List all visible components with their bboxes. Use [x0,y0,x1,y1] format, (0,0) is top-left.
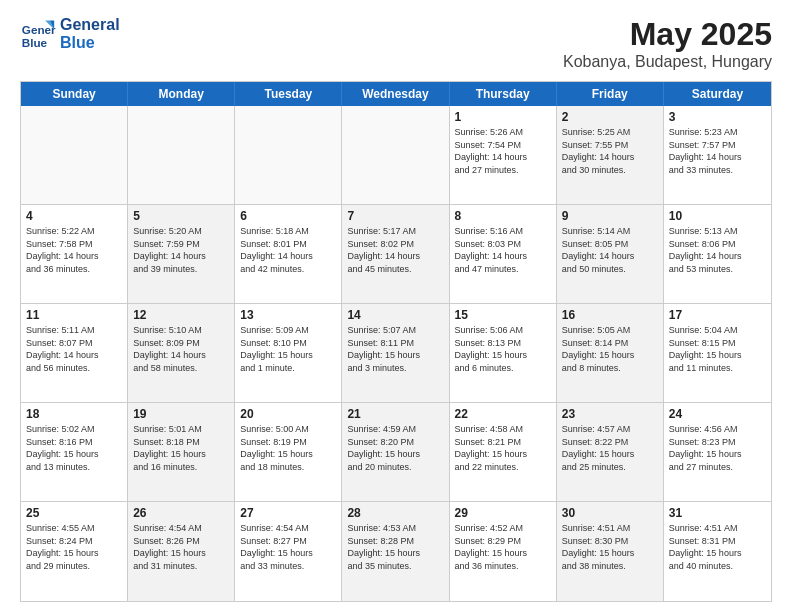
cell-text-line: and 16 minutes. [133,461,229,474]
calendar-body: 1Sunrise: 5:26 AMSunset: 7:54 PMDaylight… [21,106,771,601]
calendar-cell: 6Sunrise: 5:18 AMSunset: 8:01 PMDaylight… [235,205,342,303]
logo-line2: Blue [60,34,120,52]
cell-text-line: Daylight: 15 hours [240,448,336,461]
cell-text-line: Sunrise: 5:17 AM [347,225,443,238]
cell-text-line: Daylight: 15 hours [133,448,229,461]
cell-text-line: Sunset: 8:11 PM [347,337,443,350]
cell-text-line: Daylight: 15 hours [562,547,658,560]
cell-text-line: Sunrise: 5:20 AM [133,225,229,238]
calendar-cell [21,106,128,204]
logo: General Blue General Blue [20,16,120,52]
day-number: 30 [562,506,658,520]
cell-text-line: Sunset: 8:23 PM [669,436,766,449]
cell-text-line: and 36 minutes. [455,560,551,573]
day-number: 12 [133,308,229,322]
cell-text-line: Sunset: 8:10 PM [240,337,336,350]
cell-text-line: and 29 minutes. [26,560,122,573]
cell-text-line: Sunrise: 5:01 AM [133,423,229,436]
cell-text-line: Sunset: 7:54 PM [455,139,551,152]
title-block: May 2025 Kobanya, Budapest, Hungary [563,16,772,71]
cell-text-line: Sunset: 7:59 PM [133,238,229,251]
cell-text-line: Sunset: 8:31 PM [669,535,766,548]
calendar-header-cell: Friday [557,82,664,106]
cell-text-line: Sunset: 8:27 PM [240,535,336,548]
cell-text-line: Daylight: 15 hours [455,547,551,560]
cell-text-line: Daylight: 14 hours [26,349,122,362]
cell-text-line: Sunrise: 5:06 AM [455,324,551,337]
cell-text-line: Sunrise: 5:18 AM [240,225,336,238]
calendar-week: 11Sunrise: 5:11 AMSunset: 8:07 PMDayligh… [21,304,771,403]
cell-text-line: Daylight: 14 hours [455,151,551,164]
calendar-header: SundayMondayTuesdayWednesdayThursdayFrid… [21,82,771,106]
cell-text-line: Sunset: 8:21 PM [455,436,551,449]
cell-text-line: Daylight: 14 hours [562,151,658,164]
cell-text-line: Sunset: 8:20 PM [347,436,443,449]
logo-line1: General [60,16,120,34]
cell-text-line: Daylight: 14 hours [455,250,551,263]
calendar-cell: 21Sunrise: 4:59 AMSunset: 8:20 PMDayligh… [342,403,449,501]
cell-text-line: Sunrise: 4:58 AM [455,423,551,436]
cell-text-line: and 40 minutes. [669,560,766,573]
calendar-cell: 20Sunrise: 5:00 AMSunset: 8:19 PMDayligh… [235,403,342,501]
cell-text-line: Daylight: 15 hours [240,349,336,362]
cell-text-line: Sunrise: 5:00 AM [240,423,336,436]
cell-text-line: Sunrise: 5:05 AM [562,324,658,337]
cell-text-line: Sunset: 8:06 PM [669,238,766,251]
cell-text-line: and 13 minutes. [26,461,122,474]
calendar-cell: 17Sunrise: 5:04 AMSunset: 8:15 PMDayligh… [664,304,771,402]
cell-text-line: and 53 minutes. [669,263,766,276]
calendar-cell [342,106,449,204]
cell-text-line: and 36 minutes. [26,263,122,276]
cell-text-line: Sunrise: 5:11 AM [26,324,122,337]
cell-text-line: Sunrise: 4:55 AM [26,522,122,535]
day-number: 17 [669,308,766,322]
cell-text-line: and 31 minutes. [133,560,229,573]
cell-text-line: Sunset: 8:30 PM [562,535,658,548]
cell-text-line: and 33 minutes. [240,560,336,573]
calendar-cell: 27Sunrise: 4:54 AMSunset: 8:27 PMDayligh… [235,502,342,601]
day-number: 16 [562,308,658,322]
cell-text-line: and 18 minutes. [240,461,336,474]
cell-text-line: Sunset: 8:07 PM [26,337,122,350]
cell-text-line: Sunset: 8:02 PM [347,238,443,251]
day-number: 14 [347,308,443,322]
header: General Blue General Blue May 2025 Koban… [20,16,772,71]
cell-text-line: Daylight: 15 hours [669,547,766,560]
cell-text-line: Sunrise: 4:59 AM [347,423,443,436]
day-number: 18 [26,407,122,421]
day-number: 22 [455,407,551,421]
day-number: 23 [562,407,658,421]
day-number: 13 [240,308,336,322]
cell-text-line: Sunrise: 5:16 AM [455,225,551,238]
cell-text-line: Daylight: 15 hours [347,349,443,362]
calendar-week: 1Sunrise: 5:26 AMSunset: 7:54 PMDaylight… [21,106,771,205]
cell-text-line: Daylight: 15 hours [455,349,551,362]
calendar-cell [235,106,342,204]
calendar-header-cell: Thursday [450,82,557,106]
calendar-cell: 13Sunrise: 5:09 AMSunset: 8:10 PMDayligh… [235,304,342,402]
day-number: 19 [133,407,229,421]
cell-text-line: Sunset: 8:29 PM [455,535,551,548]
cell-text-line: Sunset: 8:15 PM [669,337,766,350]
cell-text-line: and 58 minutes. [133,362,229,375]
cell-text-line: Sunset: 7:58 PM [26,238,122,251]
cell-text-line: Daylight: 15 hours [562,349,658,362]
cell-text-line: and 20 minutes. [347,461,443,474]
cell-text-line: Daylight: 15 hours [562,448,658,461]
cell-text-line: Sunset: 8:28 PM [347,535,443,548]
calendar-header-cell: Sunday [21,82,128,106]
calendar-cell: 12Sunrise: 5:10 AMSunset: 8:09 PMDayligh… [128,304,235,402]
svg-text:Blue: Blue [22,36,48,49]
cell-text-line: Sunrise: 4:54 AM [133,522,229,535]
cell-text-line: Sunset: 8:09 PM [133,337,229,350]
calendar-header-cell: Monday [128,82,235,106]
day-number: 4 [26,209,122,223]
cell-text-line: and 3 minutes. [347,362,443,375]
calendar-cell: 1Sunrise: 5:26 AMSunset: 7:54 PMDaylight… [450,106,557,204]
cell-text-line: Daylight: 15 hours [240,547,336,560]
calendar-cell: 7Sunrise: 5:17 AMSunset: 8:02 PMDaylight… [342,205,449,303]
cell-text-line: Sunrise: 5:13 AM [669,225,766,238]
cell-text-line: Daylight: 15 hours [669,448,766,461]
cell-text-line: Daylight: 14 hours [669,151,766,164]
calendar-cell: 23Sunrise: 4:57 AMSunset: 8:22 PMDayligh… [557,403,664,501]
